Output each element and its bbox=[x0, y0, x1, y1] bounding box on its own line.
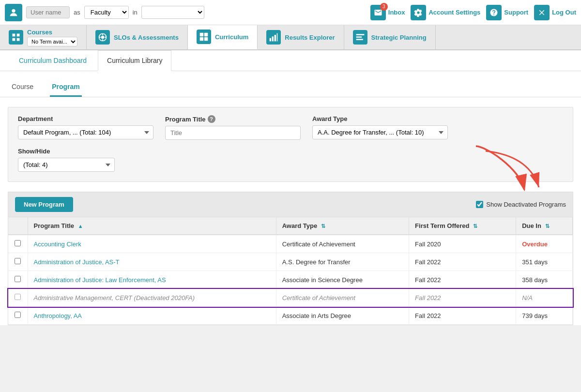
term-select[interactable]: No Term avai... bbox=[27, 37, 77, 46]
row-checkbox[interactable] bbox=[15, 312, 21, 318]
row-program-title[interactable]: Administration of Justice, AS-T bbox=[28, 253, 276, 271]
show-hide-label: Show/Hide bbox=[18, 148, 115, 155]
col-header-checkbox bbox=[8, 217, 28, 235]
row-checkbox[interactable] bbox=[15, 240, 21, 246]
row-first-term: Fall 2022 bbox=[409, 289, 516, 307]
svg-rect-19 bbox=[356, 34, 364, 35]
col-header-due-in[interactable]: Due In ⇅ bbox=[516, 217, 573, 235]
top-bar-actions: 3 Inbox Account Settings Support Log Out bbox=[370, 5, 576, 20]
tab-curriculum-library[interactable]: Curriculum Library bbox=[98, 50, 171, 71]
svg-rect-12 bbox=[204, 33, 208, 37]
svg-rect-18 bbox=[277, 33, 278, 42]
show-hide-select[interactable]: (Total: 4) bbox=[18, 158, 115, 172]
show-hide-filter-group: Show/Hide (Total: 4) bbox=[18, 148, 115, 172]
row-due-in: Overdue bbox=[516, 235, 573, 253]
row-due-in: N/A bbox=[516, 289, 573, 307]
row-checkbox[interactable] bbox=[15, 258, 21, 264]
inbox-action[interactable]: 3 Inbox bbox=[370, 5, 405, 20]
logout-label: Log Out bbox=[552, 9, 576, 16]
svg-rect-14 bbox=[204, 37, 208, 41]
svg-rect-21 bbox=[356, 39, 363, 40]
row-due-in: 358 days bbox=[516, 271, 573, 289]
row-award-type: A.S. Degree for Transfer bbox=[276, 253, 409, 271]
row-award-type: Certificate of Achievement bbox=[276, 235, 409, 253]
support-icon bbox=[486, 5, 502, 20]
department-select[interactable]: Default Program, ... (Total: 104) bbox=[18, 125, 153, 139]
row-program-title[interactable]: Administrative Management, CERT (Deactiv… bbox=[28, 289, 276, 307]
row-first-term: Fall 2020 bbox=[409, 235, 516, 253]
account-settings-action[interactable]: Account Settings bbox=[411, 5, 480, 20]
top-bar: as Faculty Admin Staff in 3 Inbox Accoun… bbox=[0, 0, 581, 25]
svg-point-6 bbox=[101, 36, 105, 39]
logout-action[interactable]: Log Out bbox=[534, 5, 576, 20]
breadcrumb-tabs: Curriculum Dashboard Curriculum Library bbox=[0, 50, 581, 71]
col-header-first-term[interactable]: First Term Offered ⇅ bbox=[409, 217, 516, 235]
award-type-select[interactable]: A.A. Degree for Transfer, ... (Total: 10… bbox=[312, 125, 448, 139]
campus-select[interactable] bbox=[141, 6, 204, 19]
role-select[interactable]: Faculty Admin Staff bbox=[84, 6, 129, 19]
row-checkbox-cell bbox=[8, 235, 28, 253]
row-program-title[interactable]: Administration of Justice: Law Enforceme… bbox=[28, 271, 276, 289]
svg-rect-20 bbox=[356, 36, 362, 38]
tab-curriculum-dashboard[interactable]: Curriculum Dashboard bbox=[10, 50, 96, 71]
data-table: Program Title ▲ Award Type ⇅ First Term … bbox=[8, 217, 573, 325]
filter-row-1: Department Default Program, ... (Total: … bbox=[18, 115, 563, 140]
courses-icon bbox=[9, 30, 23, 45]
new-program-button[interactable]: New Program bbox=[15, 197, 73, 212]
row-due-in: 351 days bbox=[516, 253, 573, 271]
row-checkbox-cell bbox=[8, 307, 28, 325]
nav-results[interactable]: Results Explorer bbox=[258, 25, 344, 49]
nav-curriculum[interactable]: Curriculum bbox=[188, 25, 258, 49]
col-header-program-title[interactable]: Program Title ▲ bbox=[28, 217, 276, 235]
row-first-term: Fall 2022 bbox=[409, 307, 516, 325]
nav-courses[interactable]: Courses No Term avai... bbox=[0, 25, 87, 49]
row-program-title[interactable]: Accounting Clerk bbox=[28, 235, 276, 253]
svg-rect-3 bbox=[13, 38, 15, 41]
logout-icon bbox=[534, 5, 550, 20]
col-header-award-type[interactable]: Award Type ⇅ bbox=[276, 217, 409, 235]
svg-rect-15 bbox=[270, 38, 271, 42]
subtab-course[interactable]: Course bbox=[10, 79, 35, 97]
show-deactivated-checkbox[interactable] bbox=[476, 201, 483, 208]
results-label: Results Explorer bbox=[285, 34, 335, 41]
svg-rect-1 bbox=[13, 34, 15, 37]
department-filter-group: Department Default Program, ... (Total: … bbox=[18, 115, 153, 139]
svg-rect-11 bbox=[200, 33, 204, 37]
row-due-in: 739 days bbox=[516, 307, 573, 325]
filter-row-2: Show/Hide (Total: 4) bbox=[18, 148, 563, 172]
svg-point-0 bbox=[12, 9, 15, 12]
account-settings-label: Account Settings bbox=[428, 9, 480, 16]
row-first-term: Fall 2022 bbox=[409, 271, 516, 289]
show-deactivated-container: Show Deactivated Programs bbox=[476, 201, 566, 208]
support-action[interactable]: Support bbox=[486, 5, 528, 20]
row-award-type: Associate in Science Degree bbox=[276, 271, 409, 289]
subtab-program[interactable]: Program bbox=[50, 79, 82, 97]
table-row: Accounting ClerkCertificate of Achieveme… bbox=[8, 235, 573, 253]
sort-icon-first-term: ⇅ bbox=[473, 223, 477, 229]
department-label: Department bbox=[18, 115, 153, 122]
table-row: Anthropology, AAAssociate in Arts Degree… bbox=[8, 307, 573, 325]
row-checkbox[interactable] bbox=[15, 294, 21, 300]
curriculum-label: Curriculum bbox=[215, 33, 248, 41]
row-program-title[interactable]: Anthropology, AA bbox=[28, 307, 276, 325]
slos-icon bbox=[95, 30, 110, 45]
inbox-icon: 3 bbox=[370, 5, 386, 20]
row-checkbox[interactable] bbox=[15, 276, 21, 282]
user-name-input[interactable] bbox=[26, 6, 70, 18]
support-label: Support bbox=[504, 9, 528, 16]
program-title-help-icon[interactable]: ? bbox=[208, 115, 215, 123]
nav-strategic[interactable]: Strategic Planning bbox=[344, 25, 436, 49]
award-type-filter-group: Award Type A.A. Degree for Transfer, ...… bbox=[312, 115, 448, 139]
program-title-filter-group: Program Title ? bbox=[165, 115, 301, 140]
strategic-icon bbox=[353, 30, 367, 45]
program-title-label: Program Title ? bbox=[165, 115, 301, 123]
results-icon bbox=[266, 30, 281, 45]
table-row: Administration of Justice: Law Enforceme… bbox=[8, 271, 573, 289]
sort-icon-program-title: ▲ bbox=[78, 223, 83, 229]
show-deactivated-label: Show Deactivated Programs bbox=[486, 201, 566, 208]
svg-rect-2 bbox=[17, 34, 20, 37]
nav-slos[interactable]: SLOs & Assessments bbox=[87, 25, 188, 49]
program-title-input[interactable] bbox=[165, 126, 301, 140]
nav-bar: Courses No Term avai... SLOs & Assessmen… bbox=[0, 25, 581, 50]
table-area: New Program Show Deactivated Programs Pr… bbox=[8, 192, 573, 325]
